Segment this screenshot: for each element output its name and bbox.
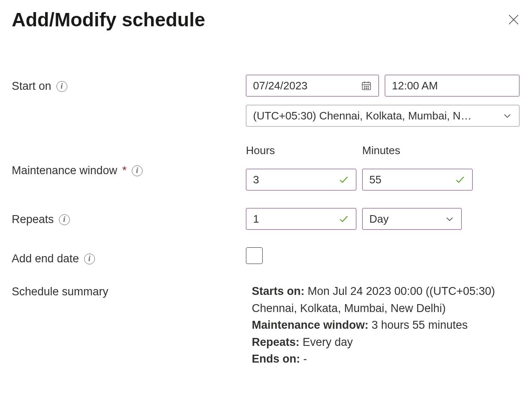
required-indicator: * xyxy=(122,164,127,177)
info-icon[interactable]: i xyxy=(59,214,70,225)
summary-repeats-value: Every day xyxy=(303,336,353,348)
summary-mw-label: Maintenance window: xyxy=(252,319,368,331)
repeat-unit-value: Day xyxy=(369,213,389,226)
svg-point-6 xyxy=(364,86,365,87)
hours-field[interactable] xyxy=(253,173,333,186)
maintenance-window-label: Maintenance window xyxy=(12,164,117,177)
minutes-input[interactable] xyxy=(362,169,473,190)
hours-input[interactable] xyxy=(246,169,356,190)
schedule-summary: Starts on: Mon Jul 24 2023 00:00 ((UTC+0… xyxy=(246,283,520,368)
info-icon[interactable]: i xyxy=(84,254,95,264)
svg-point-8 xyxy=(368,86,368,87)
check-icon xyxy=(455,174,466,185)
svg-point-7 xyxy=(366,86,367,87)
summary-ends-value: - xyxy=(303,353,307,365)
info-icon[interactable]: i xyxy=(56,81,67,92)
hours-label: Hours xyxy=(246,144,356,157)
summary-repeats-label: Repeats: xyxy=(252,336,299,348)
repeat-count-input[interactable] xyxy=(246,208,356,230)
add-end-date-checkbox[interactable] xyxy=(246,247,263,264)
svg-point-9 xyxy=(364,88,365,89)
add-end-date-label: Add end date xyxy=(12,252,79,265)
chevron-down-icon xyxy=(445,214,455,224)
summary-ends-label: Ends on: xyxy=(252,353,300,365)
check-icon xyxy=(338,174,349,185)
schedule-summary-label: Schedule summary xyxy=(12,285,108,298)
timezone-select[interactable]: (UTC+05:30) Chennai, Kolkata, Mumbai, N… xyxy=(246,105,519,127)
timezone-value: (UTC+05:30) Chennai, Kolkata, Mumbai, N… xyxy=(253,109,497,122)
repeat-count-field[interactable] xyxy=(253,213,333,226)
summary-mw-value: 3 hours 55 minutes xyxy=(372,319,468,331)
start-time-field[interactable] xyxy=(392,79,512,92)
start-time-input[interactable] xyxy=(385,75,519,96)
minutes-field[interactable] xyxy=(369,173,450,186)
repeats-label: Repeats xyxy=(12,213,54,226)
start-on-label: Start on xyxy=(12,80,51,93)
info-icon[interactable]: i xyxy=(132,165,143,176)
svg-point-10 xyxy=(366,88,367,89)
svg-point-11 xyxy=(368,88,368,89)
close-icon xyxy=(508,14,519,25)
page-title: Add/Modify schedule xyxy=(12,8,205,31)
summary-starts-label: Starts on: xyxy=(252,285,304,297)
repeat-unit-select[interactable]: Day xyxy=(362,208,462,230)
start-date-input[interactable] xyxy=(246,75,379,96)
chevron-down-icon xyxy=(502,111,512,121)
start-date-field[interactable] xyxy=(253,79,356,92)
close-button[interactable] xyxy=(507,13,520,26)
calendar-icon xyxy=(361,80,372,91)
check-icon xyxy=(338,213,349,224)
minutes-label: Minutes xyxy=(362,144,473,157)
